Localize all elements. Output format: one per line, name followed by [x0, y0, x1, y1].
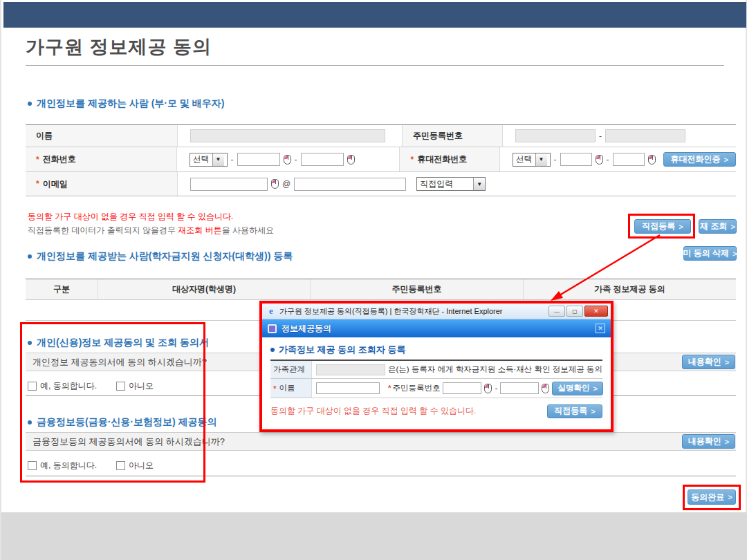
mobile-prefix-select[interactable]: 선택▼ [513, 153, 551, 167]
section-bullet-icon [28, 341, 32, 345]
identity-verify-button[interactable]: 실명확인> [552, 382, 602, 395]
credit-consent-title: 개인(신용)정보 제공동의 및 조회 동의서 [37, 337, 209, 349]
popup-rrn-back-input[interactable] [500, 382, 539, 394]
minimize-button[interactable]: — [548, 306, 565, 317]
financial-consent-yes-option[interactable]: 예, 동의합니다. [28, 460, 97, 472]
email-label: *이메일 [26, 172, 178, 196]
phone-label: *전화번호 [26, 147, 177, 171]
top-navigation-bar [3, 2, 746, 28]
chevron-right-icon: > [593, 384, 597, 393]
mouse-click-icon[interactable] [542, 384, 549, 393]
financial-consent-question-band: 금융정보등의 제공동의서에 동의 하시겠습니까? 내용확인> [26, 432, 736, 451]
chevron-right-icon: > [591, 407, 595, 416]
col-family-consent: 가족 정보제공 동의 [524, 279, 736, 299]
chevron-right-icon: > [725, 438, 729, 446]
popup-name-label: *이름 [270, 379, 312, 398]
title-divider [26, 65, 724, 66]
credit-consent-yes-option[interactable]: 예, 동의합니다. [28, 380, 97, 392]
mobile-label: *휴대전화번호 [400, 147, 499, 171]
phone-last-input[interactable] [301, 153, 344, 166]
consent-complete-button[interactable]: 동의완료> [688, 489, 736, 505]
requery-highlight: 재조회 버튼 [178, 225, 221, 235]
page: 가구원 정보제공 동의 개인정보를 제공하는 사람 (부·모 및 배우자) 이름… [0, 0, 747, 560]
mouse-click-icon[interactable] [271, 179, 279, 189]
chevron-right-icon: > [724, 156, 728, 164]
popup-window: e 가구원 정보제공 동의(직접등록) | 한국장학재단 - Internet … [259, 301, 614, 432]
requery-button[interactable]: 재 조회> [699, 219, 737, 234]
direct-register-button[interactable]: 직접등록> [634, 219, 691, 234]
provider-info-table: 이름 주민등록번호 - *전화번호 선택▼ - - [26, 124, 736, 196]
popup-section-title: 가족정보 제공 동의 조회자 등록 [279, 344, 405, 356]
mobile-verify-button[interactable]: 휴대전화인증> [663, 152, 736, 167]
mouse-click-icon[interactable] [648, 155, 656, 165]
chevron-right-icon: > [730, 223, 735, 231]
name-cell [178, 125, 403, 147]
email-domain-select[interactable]: 직접입력▼ [416, 177, 486, 191]
chevron-down-icon: ▼ [535, 153, 547, 166]
chevron-right-icon: > [728, 493, 732, 501]
mobile-middle-input[interactable] [560, 153, 592, 166]
mouse-click-icon[interactable] [484, 384, 492, 393]
mouse-click-icon[interactable] [284, 155, 291, 165]
checkbox-icon[interactable] [28, 382, 37, 391]
credit-consent-view-button[interactable]: 내용확인> [682, 355, 735, 369]
family-relation-label: 가족관계 [270, 361, 312, 378]
popup-notice: 동의할 가구 대상이 없을 경우 직접 입력 할 수 있습니다. [270, 405, 476, 417]
col-student-name: 대상자명(학생명) [98, 279, 311, 299]
popup-name-input[interactable] [316, 382, 380, 394]
financial-consent-view-button[interactable]: 내용확인> [682, 434, 735, 449]
mouse-click-icon[interactable] [347, 155, 355, 165]
family-relation-row: 가족관계 은(는) 등록자 에게 학자금지원 소득·재산 확인 정보제공 동의 [270, 361, 602, 379]
checkbox-icon[interactable] [116, 382, 125, 391]
footer-band [1, 512, 747, 560]
mouse-click-icon[interactable] [596, 155, 603, 165]
checkbox-icon[interactable] [116, 461, 125, 470]
provider-section-header: 개인정보를 제공하는 사람 (부·모 및 배우자) [28, 97, 224, 110]
popup-body: 가족정보 제공 동의 조회자 등록 가족관계 은(는) 등록자 에게 학자금지원… [262, 337, 611, 429]
financial-consent-title: 금융정보등(금융·신용·보험정보) 제공동의 [37, 416, 217, 429]
name-label: 이름 [26, 125, 178, 147]
page-title: 가구원 정보제공 동의 [26, 35, 212, 59]
name-rrn-content: *주민등록번호 - 실명확인> [312, 382, 603, 395]
phone-prefix-select[interactable]: 선택▼ [190, 153, 228, 167]
popup-close-icon[interactable]: ✕ [596, 324, 605, 333]
maximize-button[interactable]: ▢ [566, 306, 583, 317]
checkbox-icon[interactable] [28, 461, 37, 470]
rrn-cell: - [503, 125, 736, 147]
email-domain-input[interactable] [294, 178, 406, 191]
email-id-input[interactable] [190, 178, 268, 191]
receiver-section-title: 개인정보를 제공받는 사람(학자금지원 신청자(대학생)) 등록 [37, 250, 293, 263]
name-rrn-row: *이름 *주민등록번호 - 실명확인> [270, 379, 602, 398]
divider [26, 476, 736, 476]
family-relation-input[interactable] [316, 364, 385, 375]
popup-app-header: 정보제공동의 ✕ [262, 319, 611, 337]
chevron-right-icon: > [679, 223, 683, 231]
internet-explorer-icon: e [266, 306, 276, 316]
family-relation-text: 은(는) 등록자 에게 학자금지원 소득·재산 확인 정보제공 동의 [388, 364, 602, 375]
table-row: *이메일 @ 직접입력▼ [26, 172, 736, 196]
consent-window-icon [268, 324, 277, 333]
financial-consent-question: 금융정보등의 제공동의서에 동의 하시겠습니까? [26, 436, 225, 448]
popup-direct-register-button[interactable]: 직접등록> [547, 404, 602, 418]
phone-middle-input[interactable] [237, 153, 280, 166]
popup-window-title: 가구원 정보제공 동의(직접등록) | 한국장학재단 - Internet Ex… [279, 306, 548, 317]
close-button[interactable]: ✕ [584, 306, 608, 317]
section-bullet-icon [270, 348, 275, 352]
table-row: *전화번호 선택▼ - - *휴대전화번호 선택▼ - - [26, 147, 736, 172]
chevron-down-icon: ▼ [473, 178, 485, 190]
financial-consent-options: 예, 동의합니다. 아니오 [26, 457, 736, 474]
section-bullet-icon [28, 420, 32, 424]
name-input[interactable] [190, 129, 385, 142]
financial-consent-no-option[interactable]: 아니오 [116, 460, 154, 472]
popup-section-header: 가족정보 제공 동의 조회자 등록 [270, 344, 602, 361]
credit-consent-no-option[interactable]: 아니오 [116, 380, 154, 392]
rrn-front-input[interactable] [515, 129, 596, 142]
delete-unconsented-button[interactable]: 미 동의 삭제> [683, 246, 737, 261]
popup-titlebar[interactable]: e 가구원 정보제공 동의(직접등록) | 한국장학재단 - Internet … [262, 304, 611, 319]
col-rrn: 주민등록번호 [311, 279, 524, 299]
popup-rrn-front-input[interactable] [443, 382, 481, 394]
mobile-last-input[interactable] [613, 153, 645, 166]
chevron-right-icon: > [725, 358, 729, 366]
phone-cell: 선택▼ - - [177, 147, 400, 171]
rrn-back-input[interactable] [605, 129, 685, 142]
